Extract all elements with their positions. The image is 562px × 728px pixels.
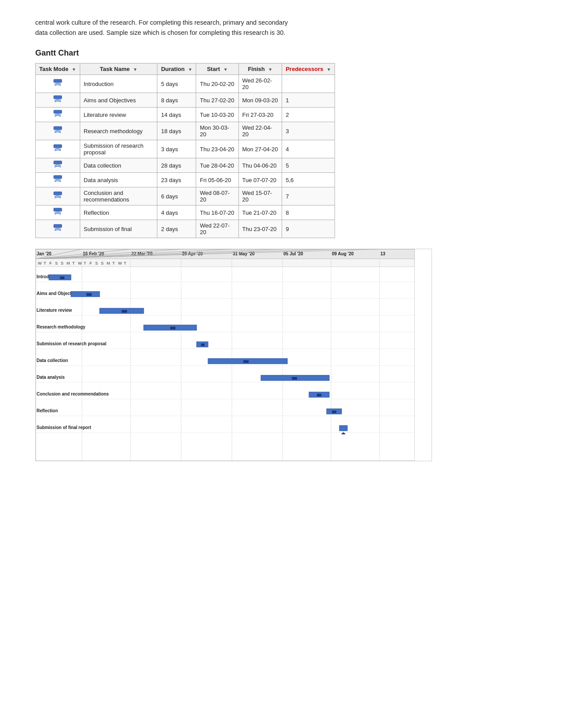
svg-rect-58 [122, 310, 127, 313]
svg-text:M: M [107, 261, 110, 265]
task-predecessors-cell: 2 [282, 108, 335, 122]
header-duration[interactable]: Duration ▼ [157, 63, 196, 75]
task-finish-cell: Wed 15-07-20 [238, 187, 282, 205]
svg-rect-6 [54, 175, 62, 179]
task-start-cell: Thu 27-02-20 [196, 93, 238, 108]
table-row: Introduction5 daysThu 20-02-20Wed 26-02-… [36, 75, 335, 93]
svg-text:W: W [78, 261, 82, 265]
svg-text:Data analysis: Data analysis [37, 375, 65, 380]
svg-rect-73 [317, 394, 321, 396]
header-predecessors[interactable]: Predecessors ▼ [282, 63, 335, 75]
task-mode-icon [53, 191, 62, 201]
task-finish-cell: Mon 27-04-20 [238, 140, 282, 158]
task-mode-cell [36, 140, 80, 158]
header-task-mode[interactable]: Task Mode ▼ [36, 63, 80, 75]
svg-rect-3 [54, 127, 62, 130]
svg-rect-26 [36, 259, 415, 267]
table-row: Aims and Objectives8 daysThu 27-02-20Mon… [36, 93, 335, 108]
finish-sort-icon[interactable]: ▼ [268, 67, 272, 72]
svg-rect-8 [54, 208, 62, 211]
section-title: Gantt Chart [35, 49, 527, 58]
task-mode-cell [36, 220, 80, 238]
task-mode-icon [53, 175, 62, 185]
task-mode-icon [53, 161, 62, 170]
svg-text:F: F [89, 261, 92, 265]
task-mode-cell [36, 108, 80, 122]
task-name-cell: Conclusion and recommendations [80, 187, 157, 205]
svg-text:Reflection: Reflection [37, 408, 58, 413]
duration-sort-icon[interactable]: ▼ [188, 67, 193, 72]
task-name-cell: Submission of research proposal [80, 140, 157, 158]
task-predecessors-cell: 9 [282, 220, 335, 238]
task-predecessors-cell [282, 75, 335, 93]
svg-text:T: T [124, 261, 127, 265]
intro-line-1: central work culture of the research. Fo… [35, 18, 527, 28]
svg-text:T: T [72, 261, 75, 265]
task-name-cell: Literature review [80, 108, 157, 122]
task-start-cell: Tue 28-04-20 [196, 158, 238, 173]
svg-rect-70 [292, 377, 297, 380]
task-predecessors-cell: 8 [282, 205, 335, 220]
svg-rect-64 [201, 343, 205, 346]
svg-text:S: S [95, 261, 98, 265]
task-finish-cell: Tue 21-07-20 [238, 205, 282, 220]
task-finish-cell: Fri 27-03-20 [238, 108, 282, 122]
svg-text:Jan '20: Jan '20 [37, 251, 52, 256]
task-duration-cell: 2 days [157, 220, 196, 238]
task-mode-cell [36, 205, 80, 220]
svg-text:F: F [49, 261, 52, 265]
task-duration-cell: 28 days [157, 158, 196, 173]
task-finish-cell: Thu 23-07-20 [238, 220, 282, 238]
task-finish-cell: Wed 22-04-20 [238, 122, 282, 140]
task-start-cell: Thu 16-07-20 [196, 205, 238, 220]
svg-text:M: M [67, 261, 70, 265]
svg-rect-0 [54, 79, 62, 82]
intro-paragraph: central work culture of the research. Fo… [35, 18, 527, 38]
task-mode-cell [36, 158, 80, 173]
svg-rect-52 [60, 276, 64, 279]
gantt-svg: Jan '20 16 Feb '20 22 Mar '20 26 Apr '20… [36, 249, 415, 461]
svg-rect-67 [243, 360, 249, 363]
task-mode-icon [53, 110, 62, 119]
task-start-cell: Thu 23-04-20 [196, 140, 238, 158]
task-mode-cell [36, 187, 80, 205]
task-predecessors-cell: 5 [282, 158, 335, 173]
task-mode-icon [53, 144, 62, 154]
task-name-cell: Research methodology [80, 122, 157, 140]
svg-rect-78 [339, 426, 347, 431]
task-name-cell: Introduction [80, 75, 157, 93]
svg-rect-9 [54, 224, 62, 228]
gantt-chart-visual: Jan '20 16 Feb '20 22 Mar '20 26 Apr '20… [35, 249, 432, 461]
task-mode-icon [53, 79, 62, 89]
task-start-cell: Mon 30-03-20 [196, 122, 238, 140]
task-predecessors-cell: 3 [282, 122, 335, 140]
pred-sort-icon[interactable]: ▼ [327, 67, 331, 72]
svg-rect-4 [54, 145, 62, 148]
task-mode-cell [36, 122, 80, 140]
task-start-cell: Wed 08-07-20 [196, 187, 238, 205]
task-name-cell: Reflection [80, 205, 157, 220]
task-name-cell: Data analysis [80, 173, 157, 187]
task-start-cell: Wed 22-07-20 [196, 220, 238, 238]
svg-rect-7 [54, 192, 62, 195]
svg-text:05 Jul '20: 05 Jul '20 [283, 251, 303, 256]
table-row: Submission of research proposal3 daysThu… [36, 140, 335, 158]
svg-text:W: W [118, 261, 122, 265]
task-start-cell: Tue 10-03-20 [196, 108, 238, 122]
header-finish[interactable]: Finish ▼ [238, 63, 282, 75]
header-task-name[interactable]: Task Name ▼ [80, 63, 157, 75]
task-mode-sort-icon[interactable]: ▼ [72, 67, 76, 72]
svg-text:S: S [55, 261, 58, 265]
svg-text:Literature review: Literature review [37, 308, 72, 313]
task-mode-cell [36, 75, 80, 93]
task-name-sort-icon[interactable]: ▼ [133, 67, 138, 72]
table-row: Submission of final2 daysWed 22-07-20Thu… [36, 220, 335, 238]
task-predecessors-cell: 4 [282, 140, 335, 158]
header-start[interactable]: Start ▼ [196, 63, 238, 75]
svg-rect-54 [71, 291, 100, 297]
table-row: Literature review14 daysTue 10-03-20Fri … [36, 108, 335, 122]
table-row: Data collection28 daysTue 28-04-20Thu 04… [36, 158, 335, 173]
task-finish-cell: Thu 04-06-20 [238, 158, 282, 173]
task-finish-cell: Mon 09-03-20 [238, 93, 282, 108]
start-sort-icon[interactable]: ▼ [223, 67, 228, 72]
